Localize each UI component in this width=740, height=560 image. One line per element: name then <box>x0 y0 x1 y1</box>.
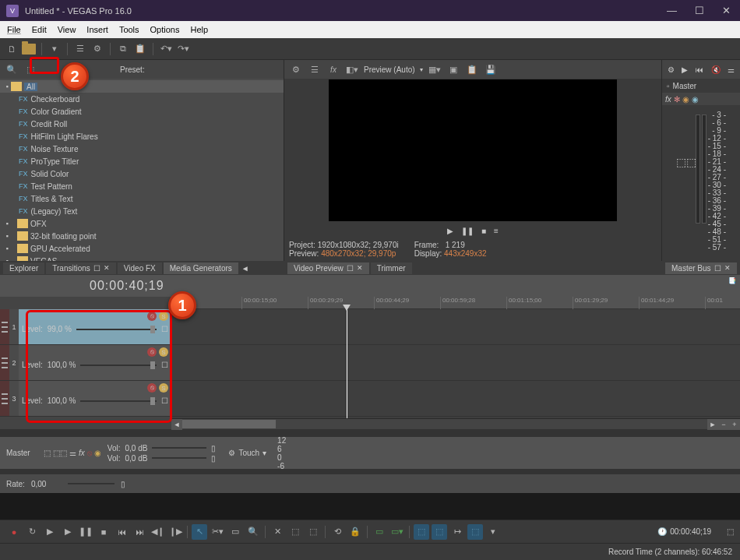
go-end-button[interactable]: ⏭ <box>132 524 147 540</box>
auto-ripple-button[interactable]: ⟲ <box>329 524 345 540</box>
new-icon[interactable]: 🗋 <box>5 42 19 56</box>
dropdown-icon[interactable]: ▾ <box>263 449 266 457</box>
tab-media-generators[interactable]: Media Generators <box>164 262 238 274</box>
dropdown-icon[interactable]: ▾ <box>485 524 501 540</box>
bypass-fx-icon[interactable]: ⦸ <box>147 383 157 393</box>
maximize-button[interactable]: ☐ <box>685 0 713 21</box>
scrollbar-thumb[interactable] <box>182 420 276 428</box>
snap-button[interactable]: ✕ <box>270 524 285 540</box>
solo-icon[interactable]: ◉ <box>94 449 101 458</box>
track-header-1[interactable]: 1 ⦸ S Level: 99,0 % ☐ <box>0 309 171 345</box>
insert-icon[interactable]: ⬚ <box>44 449 51 458</box>
tab-video-preview[interactable]: Video Preview☐✕ <box>287 262 369 274</box>
tree-root[interactable]: ▪All <box>0 80 284 93</box>
save-icon[interactable]: ▾ <box>48 42 62 56</box>
scroll-arrow-icon[interactable]: ◄ <box>241 264 249 273</box>
search-icon[interactable]: 🔍 <box>5 62 19 76</box>
ignore-event-button[interactable]: ↦ <box>449 524 465 540</box>
gear-icon[interactable]: ✻ <box>674 95 680 104</box>
pause-button[interactable]: ❚❚ <box>78 524 93 540</box>
tab-explorer[interactable]: Explorer <box>3 262 44 274</box>
envelope-tool-2[interactable]: ⬚ <box>432 524 447 540</box>
rewind-icon[interactable]: ⏮ <box>696 65 703 74</box>
track-lane-1[interactable] <box>171 309 740 345</box>
envelope-tool-1[interactable]: ⬚ <box>414 524 429 540</box>
vol-slider[interactable] <box>152 447 206 449</box>
auto-crossfade-button[interactable]: ▭ <box>372 524 387 540</box>
automation-icon[interactable]: S <box>159 383 168 393</box>
pause-button[interactable]: ❚❚ <box>461 227 474 235</box>
track-fx-icon[interactable]: ☐ <box>161 325 168 333</box>
level-slider[interactable] <box>80 400 157 402</box>
menu-tools[interactable]: Tools <box>114 23 145 36</box>
undo-icon[interactable]: ↶▾ <box>159 42 173 56</box>
gear-icon[interactable]: ⚙ <box>90 42 104 56</box>
gear-icon[interactable]: ⚙ <box>289 62 303 76</box>
link-icon[interactable]: ⬚⬚ <box>676 156 696 168</box>
zoom-in-icon[interactable]: + <box>729 419 740 430</box>
automation-icon[interactable]: S <box>159 312 168 321</box>
plugin-icon[interactable]: ⬚ <box>23 62 37 76</box>
gear-icon[interactable]: ⚙ <box>668 65 675 74</box>
transport-timecode-value[interactable]: 00:00:40;19 <box>670 527 711 536</box>
snap-markers-button[interactable]: ⬚ <box>305 524 321 540</box>
sync-cursor-button[interactable]: ⬚ <box>467 524 483 540</box>
snap-grid-button[interactable]: ⬚ <box>287 524 303 540</box>
menu-help[interactable]: Help <box>185 23 213 36</box>
redo-icon[interactable]: ↷▾ <box>176 42 190 56</box>
track-fx-icon[interactable]: ☐ <box>161 396 168 405</box>
copy-snapshot-icon[interactable]: 📋 <box>465 62 479 76</box>
menu-edit[interactable]: Edit <box>26 23 52 36</box>
fx-icon[interactable]: fx <box>665 95 671 104</box>
automation-icon[interactable]: ◉ <box>692 95 699 104</box>
grid-icon[interactable]: ▦▾ <box>428 62 442 76</box>
menu-file[interactable]: File <box>2 23 26 36</box>
next-frame-button[interactable]: ❙▶ <box>167 524 183 540</box>
rate-handle-icon[interactable]: ▯ <box>121 480 125 488</box>
lock-button[interactable]: 🔒 <box>347 524 363 540</box>
split-icon[interactable]: ◧▾ <box>345 62 359 76</box>
zoom-tool[interactable]: 🔍 <box>245 524 261 540</box>
track-fx-icon[interactable]: ☐ <box>161 361 168 369</box>
play-start-button[interactable]: ▶ <box>42 524 58 540</box>
insert-icon[interactable]: ◉ <box>682 95 689 104</box>
crossfade-mode-button[interactable]: ▭▾ <box>389 524 405 540</box>
fx-icon[interactable]: ☰ <box>308 62 322 76</box>
tree-item[interactable]: FXSolid Color <box>0 167 284 180</box>
menu-options[interactable]: Options <box>145 23 185 36</box>
mute-icon[interactable]: ⦸ <box>87 449 92 458</box>
prev-frame-button[interactable]: ◀❙ <box>150 524 165 540</box>
tree-folder-item[interactable]: ▪32-bit floating point <box>0 230 284 242</box>
bypass-fx-icon[interactable]: ⦸ <box>147 312 157 321</box>
level-slider[interactable] <box>80 365 157 366</box>
tab-trimmer[interactable]: Trimmer <box>371 262 412 274</box>
scroll-right-icon[interactable]: ► <box>707 419 718 430</box>
paste-icon[interactable]: 📋 <box>133 42 147 56</box>
copy-icon[interactable]: ⧉ <box>116 42 130 56</box>
dim-icon[interactable]: 🔇 <box>711 65 721 74</box>
rate-slider[interactable] <box>68 483 115 484</box>
loop-button[interactable]: ↻ <box>24 524 40 540</box>
tree-folder-item[interactable]: ▪OFX <box>0 217 284 230</box>
normal-edit-tool[interactable]: ↖ <box>192 524 207 540</box>
tree-item[interactable]: FX(Legacy) Text <box>0 205 284 217</box>
stop-button[interactable]: ■ <box>96 524 111 540</box>
tree-folder-item[interactable]: ▪VEGAS <box>0 255 284 261</box>
track-lane-2[interactable] <box>171 345 740 381</box>
go-start-button[interactable]: ⏮ <box>114 524 129 540</box>
fx-icon[interactable]: fx <box>79 449 85 458</box>
fx-button[interactable]: fx <box>326 62 340 76</box>
stop-button[interactable]: ■ <box>481 227 486 235</box>
tab-video-fx[interactable]: Video FX <box>118 262 162 274</box>
time-ruler[interactable]: 00:00:15;00 00:00:29;29 00:00:44;29 00:0… <box>171 297 740 309</box>
overlay-icon[interactable]: ▣ <box>446 62 460 76</box>
slider-handle-icon[interactable]: ▯ <box>211 454 216 463</box>
sliders-icon[interactable]: ⚌ <box>69 449 76 458</box>
track-header-2[interactable]: 2 ⦸ S Level: 100,0 % ☐ <box>0 345 171 381</box>
play-button[interactable]: ▶ <box>447 227 453 235</box>
automation-icon[interactable]: S <box>159 347 168 357</box>
tree-item[interactable]: FXNoise Texture <box>0 143 284 155</box>
scroll-left-icon[interactable]: ◄ <box>171 419 182 430</box>
properties-icon[interactable]: ☰ <box>73 42 87 56</box>
io-icon[interactable]: ⬚⬚ <box>53 449 67 458</box>
